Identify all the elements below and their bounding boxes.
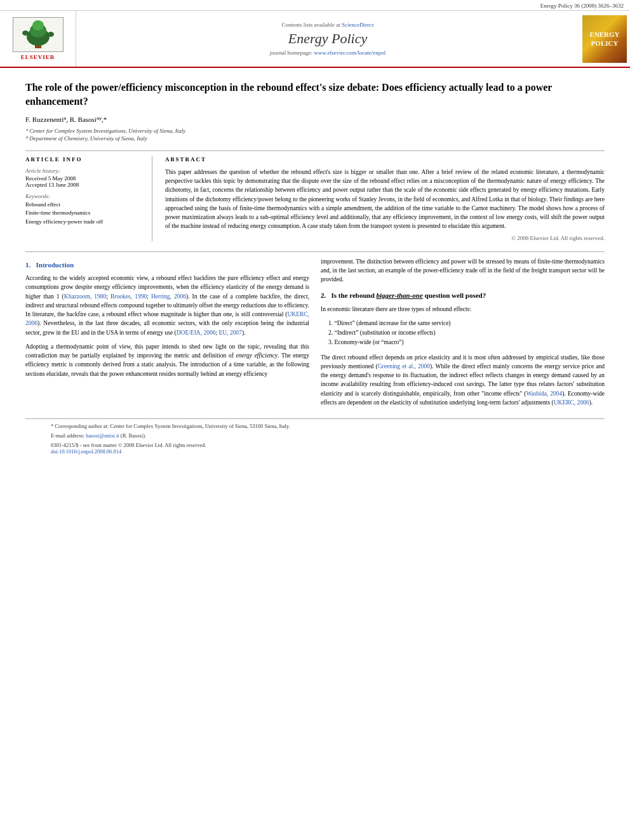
elsevier-brand-text: ELSEVIER — [21, 54, 55, 60]
keywords-block: Keywords: Rebound effect Finite-time the… — [25, 193, 142, 227]
rebound-effects-list: 1. “Direct” (demand increase for the sam… — [321, 319, 605, 348]
cite-doe[interactable]: DOE/EIA, 2006 — [177, 330, 216, 336]
svg-point-3 — [32, 20, 44, 30]
contents-available-text: Contents lists available at — [282, 22, 340, 28]
energy-policy-badge: ENERGY POLICY — [582, 15, 627, 63]
elsevier-tree-image — [13, 17, 64, 52]
section2-num: 2. — [321, 291, 326, 299]
journal-title: Energy Policy — [288, 30, 367, 47]
cite-khazzoom[interactable]: Khazzoom, 1980 — [64, 293, 107, 300]
sciencedirect-line: Contents lists available at ScienceDirec… — [282, 22, 374, 28]
main-content: The role of the power/efficiency misconc… — [0, 68, 630, 470]
article-title: The role of the power/efficiency misconc… — [25, 81, 605, 109]
email-name: R. Basosi — [123, 432, 144, 439]
section2-para2: The direct rebound effect depends on pri… — [321, 353, 605, 408]
article-info-column: ARTICLE INFO Article history: Received 5… — [25, 156, 152, 241]
svg-point-5 — [48, 32, 54, 37]
section2-name: Is the rebound bigger-than-one question … — [332, 291, 486, 299]
keywords-label: Keywords: — [25, 193, 142, 199]
homepage-url[interactable]: www.elsevier.com/locate/enpol — [314, 50, 385, 56]
content-divider — [25, 251, 605, 252]
cite-herring[interactable]: Herring, 2006 — [151, 293, 186, 300]
affiliations: ᵃ Center for Complex System Investigatio… — [25, 128, 605, 142]
body-left-column: 1. Introduction According to the widely … — [25, 257, 309, 413]
article-info-abstract: ARTICLE INFO Article history: Received 5… — [25, 156, 605, 241]
abstract-heading: ABSTRACT — [165, 156, 605, 163]
cite-ukerc2[interactable]: UKERC, 2006 — [554, 399, 589, 406]
intro-section-title: 1. Introduction — [25, 260, 309, 270]
cite-brookes[interactable]: Brookes, 1990 — [111, 293, 147, 300]
section2-intro: In economic literature there are three t… — [321, 305, 605, 314]
email-footnote: E-mail address: basosi@unisi.it (R. Baso… — [51, 432, 579, 440]
right-col-para-cont: improvement. The distinction between eff… — [321, 257, 605, 284]
copyright-text: © 2008 Elsevier Ltd. All rights reserved… — [165, 235, 605, 241]
journal-header: ELSEVIER Contents lists available at Sci… — [0, 11, 630, 68]
abstract-column: ABSTRACT This paper addresses the questi… — [165, 156, 605, 241]
journal-reference: Energy Policy 36 (2008) 3626–3632 — [0, 0, 630, 11]
received-date: Received 5 May 2008 — [25, 175, 142, 182]
affil-a: ᵃ Center for Complex System Investigatio… — [25, 128, 605, 134]
body-right-column: improvement. The distinction between eff… — [321, 257, 605, 413]
intro-section-num: 1. — [25, 261, 30, 269]
intro-para1: According to the widely accepted economi… — [25, 274, 309, 337]
list-item-3: 3. Economy-wide (or “macro”) — [328, 338, 605, 347]
article-history-block: Article history: Received 5 May 2008 Acc… — [25, 168, 142, 188]
sciencedirect-link[interactable]: ScienceDirect — [342, 22, 373, 28]
affil-b: ᵇ Department of Chemistry, University of… — [25, 135, 605, 142]
header-divider — [25, 150, 605, 151]
list-item-1: 1. “Direct” (demand increase for the sam… — [328, 319, 605, 328]
footnote-star: * Corresponding author at: Center for Co… — [51, 423, 579, 430]
keyword-3: Energy efficiency-power trade off — [25, 218, 142, 227]
issn-line: 0301-4215/$ - see front matter © 2008 El… — [51, 442, 579, 448]
intro-para2: Adopting a thermodynamic point of view, … — [25, 342, 309, 378]
energy-policy-badge-area: ENERGY POLICY — [579, 11, 630, 67]
cite-greening[interactable]: Greening et al., 2000 — [378, 363, 430, 370]
abstract-text: This paper addresses the question of whe… — [165, 168, 605, 231]
svg-point-4 — [22, 30, 29, 36]
cite-ukerc[interactable]: UKERC, 2006 — [25, 311, 309, 326]
doi-link[interactable]: doi:10.1016/j.enpol.2008.06.014 — [51, 448, 121, 455]
history-label: Article history: — [25, 168, 142, 174]
keyword-2: Finite-time thermodynamics — [25, 209, 142, 218]
section2-title: 2. Is the rebound bigger-than-one questi… — [321, 290, 605, 301]
badge-line1: ENERGY — [589, 30, 619, 39]
authors-line: F. Ruzzenentiᵃ, R. Basosiᵃʸ,* — [25, 116, 605, 124]
cite-washida[interactable]: Washida, 2004 — [526, 390, 562, 397]
badge-line2: POLICY — [591, 39, 619, 48]
email-link1[interactable]: basosi@unisi.it — [86, 432, 119, 439]
doi-line: doi:10.1016/j.enpol.2008.06.014 — [51, 448, 579, 455]
body-content: 1. Introduction According to the widely … — [25, 257, 605, 413]
authors-text: F. Ruzzenentiᵃ, R. Basosiᵃʸ,* — [25, 116, 107, 123]
list-item-2: 2. “Indirect” (substitution or income ef… — [328, 328, 605, 338]
journal-name-area: Contents lists available at ScienceDirec… — [76, 11, 579, 67]
footer-area: * Corresponding author at: Center for Co… — [25, 418, 605, 457]
journal-ref-text: Energy Policy 36 (2008) 3626–3632 — [540, 3, 624, 9]
email-label: E-mail address: — [51, 432, 84, 439]
elsevier-logo-area: ELSEVIER — [0, 11, 76, 67]
keyword-1: Rebound effect — [25, 201, 142, 210]
accepted-date: Accepted 13 June 2008 — [25, 182, 142, 188]
article-info-heading: ARTICLE INFO — [25, 156, 142, 163]
intro-section-name: Introduction — [36, 261, 74, 269]
elsevier-tree-svg — [16, 19, 60, 51]
cite-eu[interactable]: EU, 2007 — [218, 330, 241, 336]
journal-homepage-line: journal homepage: www.elsevier.com/locat… — [270, 50, 385, 56]
homepage-label: journal homepage: — [270, 50, 312, 56]
